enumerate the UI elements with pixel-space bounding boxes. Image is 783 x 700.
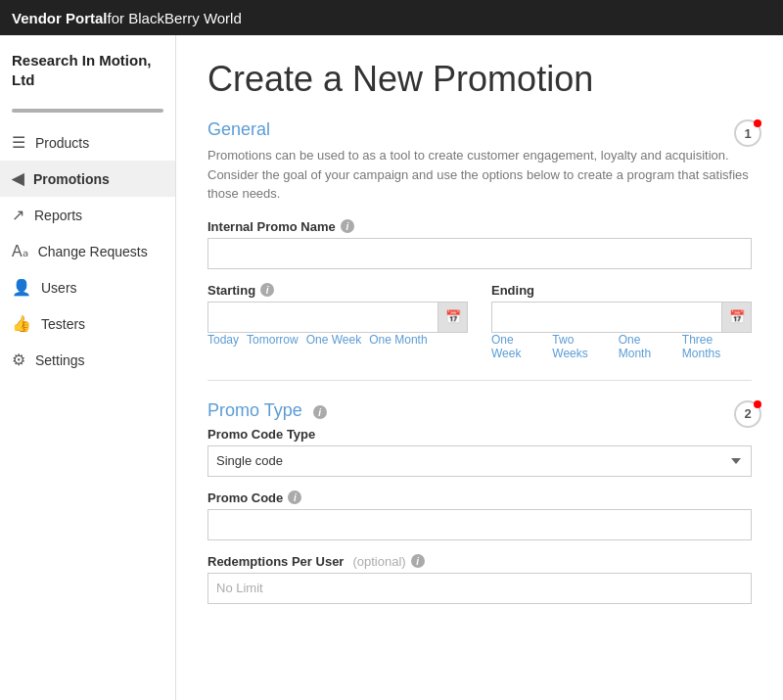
sidebar-item-label: Settings — [35, 352, 85, 368]
step-badge-dot — [754, 119, 761, 127]
general-description: Promotions can be used to as a tool to c… — [207, 146, 752, 204]
starting-one-month[interactable]: One Month — [369, 333, 427, 347]
top-header: Vendor Portal for BlackBerry World — [0, 0, 783, 35]
promo-code-label: Promo Code i — [207, 490, 752, 505]
promo-type-info-icon[interactable]: i — [313, 405, 327, 419]
brand-light: for BlackBerry World — [108, 10, 242, 26]
sidebar-item-label: Products — [35, 135, 89, 151]
redemptions-per-user-input[interactable] — [207, 573, 752, 604]
promo-code-field: Promo Code i — [207, 490, 752, 540]
starting-today[interactable]: Today — [207, 333, 239, 347]
starting-input-wrap: 📅 — [207, 302, 468, 333]
main-content: Create a New Promotion 1 General Promoti… — [176, 35, 783, 700]
internal-promo-name-label: Internal Promo Name i — [207, 219, 752, 234]
step-badge-dot-2 — [754, 400, 761, 408]
brand-bold: Vendor Portal — [12, 10, 108, 26]
sidebar-item-settings[interactable]: ⚙ Settings — [0, 342, 175, 378]
sidebar-item-testers[interactable]: 👍 Testers — [0, 305, 175, 342]
sidebar-nav: ☰ Products ◀ Promotions ↗ Reports Aₐ Cha… — [0, 124, 175, 378]
sidebar-divider — [12, 109, 163, 113]
ending-three-months[interactable]: Three Months — [682, 333, 752, 360]
internal-promo-name-field: Internal Promo Name i — [207, 219, 752, 269]
redemptions-info-icon[interactable]: i — [411, 554, 425, 568]
promo-code-type-field: Promo Code Type Single code — [207, 427, 752, 477]
promo-code-input[interactable] — [207, 509, 752, 540]
promo-code-info-icon[interactable]: i — [288, 490, 301, 504]
ending-label: Ending — [491, 283, 752, 298]
promo-code-type-select[interactable]: Single code — [207, 445, 752, 477]
redemptions-per-user-field: Redemptions Per User (optional) i — [207, 554, 752, 604]
promo-type-section: 2 Promo Type i Promo Code Type Single co… — [207, 400, 752, 604]
redemptions-per-user-label: Redemptions Per User (optional) i — [207, 554, 752, 569]
step-badge-1: 1 — [734, 119, 761, 147]
sidebar-item-reports[interactable]: ↗ Reports — [0, 197, 175, 233]
internal-promo-name-input[interactable] — [207, 238, 752, 269]
starting-info-icon[interactable]: i — [260, 283, 274, 297]
sidebar-item-change-requests[interactable]: Aₐ Change Requests — [0, 233, 175, 269]
starting-field: Starting i 📅 Today Tomorrow One Week One… — [207, 283, 468, 360]
starting-label: Starting i — [207, 283, 468, 298]
promotions-icon: ◀ — [12, 169, 23, 188]
sidebar-item-promotions[interactable]: ◀ Promotions — [0, 161, 175, 197]
general-heading: General — [207, 119, 752, 140]
sidebar-item-products[interactable]: ☰ Products — [0, 124, 175, 161]
sidebar: Research In Motion, Ltd ☰ Products ◀ Pro… — [0, 35, 176, 700]
ending-one-week[interactable]: One Week — [491, 333, 544, 360]
promo-type-heading: Promo Type i — [207, 400, 752, 421]
sidebar-item-label: Reports — [34, 208, 82, 223]
internal-promo-name-info-icon[interactable]: i — [341, 219, 354, 233]
section-divider — [207, 380, 752, 381]
reports-icon: ↗ — [12, 206, 24, 224]
ending-input[interactable] — [492, 305, 721, 328]
sidebar-item-label: Testers — [41, 316, 85, 332]
ending-input-wrap: 📅 — [491, 302, 752, 333]
ending-calendar-button[interactable]: 📅 — [721, 303, 751, 332]
ending-one-month[interactable]: One Month — [619, 333, 674, 360]
starting-one-week[interactable]: One Week — [306, 333, 361, 347]
general-section: 1 General Promotions can be used to as a… — [207, 119, 752, 360]
sidebar-item-label: Change Requests — [38, 244, 148, 259]
starting-tomorrow[interactable]: Tomorrow — [247, 333, 299, 347]
starting-quick-links: Today Tomorrow One Week One Month — [207, 333, 468, 347]
step-badge-2: 2 — [734, 400, 761, 428]
page-title: Create a New Promotion — [207, 59, 752, 100]
starting-input[interactable] — [208, 305, 438, 328]
sidebar-item-label: Users — [41, 280, 77, 296]
settings-icon: ⚙ — [12, 350, 25, 369]
ending-two-weeks[interactable]: Two Weeks — [552, 333, 610, 360]
products-icon: ☰ — [12, 133, 25, 152]
promo-code-type-label: Promo Code Type — [207, 427, 752, 442]
main-layout: Research In Motion, Ltd ☰ Products ◀ Pro… — [0, 35, 783, 700]
ending-field: Ending 📅 One Week Two Weeks One Month Th… — [491, 283, 752, 360]
change-requests-icon: Aₐ — [12, 242, 28, 260]
company-name: Research In Motion, Ltd — [0, 51, 175, 101]
starting-calendar-button[interactable]: 📅 — [438, 303, 467, 332]
testers-icon: 👍 — [12, 314, 31, 333]
sidebar-item-label: Promotions — [33, 171, 110, 187]
users-icon: 👤 — [12, 278, 31, 297]
date-row: Starting i 📅 Today Tomorrow One Week One… — [207, 283, 752, 360]
ending-quick-links: One Week Two Weeks One Month Three Month… — [491, 333, 752, 360]
sidebar-item-users[interactable]: 👤 Users — [0, 269, 175, 305]
